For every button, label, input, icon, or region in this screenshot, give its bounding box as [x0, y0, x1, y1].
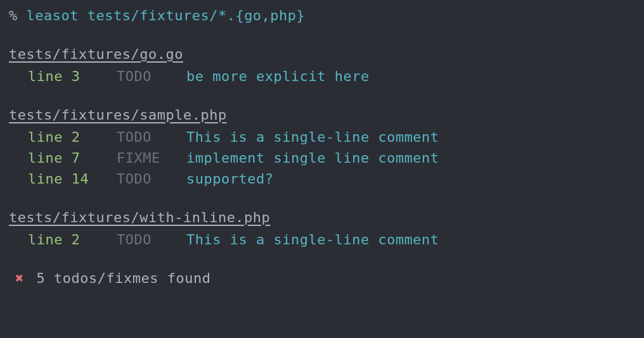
cross-icon: ✖	[15, 270, 24, 286]
line-number: line 7	[28, 147, 117, 168]
result-line: line 2 TODO This is a single-line commen…	[9, 229, 635, 250]
tag-label: FIXME	[117, 147, 186, 168]
summary: ✖ 5 todos/fixmes found	[9, 268, 635, 289]
summary-text: 5 todos/fixmes found	[37, 270, 211, 286]
message-text: supported?	[186, 168, 273, 189]
message-text: This is a single-line comment	[186, 127, 439, 147]
file-group: tests/fixtures/go.go line 3 TODO be more…	[9, 44, 635, 87]
message-text: This is a single-line comment	[186, 229, 439, 250]
line-number: line 2	[28, 127, 117, 147]
file-path: tests/fixtures/go.go	[9, 44, 635, 65]
line-number: line 3	[28, 66, 117, 87]
file-path: tests/fixtures/with-inline.php	[9, 207, 635, 228]
line-number: line 2	[28, 229, 117, 250]
tag-label: TODO	[117, 168, 186, 189]
command-text: leasot tests/fixtures/*.{go,php}	[27, 8, 306, 23]
result-line: line 3 TODO be more explicit here	[9, 66, 635, 87]
file-path: tests/fixtures/sample.php	[9, 104, 635, 125]
result-line: line 14 TODO supported?	[9, 168, 635, 189]
prompt-symbol: %	[9, 8, 18, 23]
tag-label: TODO	[117, 127, 186, 147]
result-line: line 7 FIXME implement single line comme…	[9, 147, 635, 168]
file-group: tests/fixtures/with-inline.php line 2 TO…	[9, 207, 635, 250]
line-number: line 14	[28, 168, 117, 189]
message-text: be more explicit here	[186, 66, 370, 87]
tag-label: TODO	[117, 229, 186, 250]
file-group: tests/fixtures/sample.php line 2 TODO Th…	[9, 104, 635, 189]
command-line: % leasot tests/fixtures/*.{go,php}	[9, 5, 635, 26]
tag-label: TODO	[117, 66, 186, 87]
result-line: line 2 TODO This is a single-line commen…	[9, 127, 635, 147]
message-text: implement single line comment	[186, 147, 439, 168]
